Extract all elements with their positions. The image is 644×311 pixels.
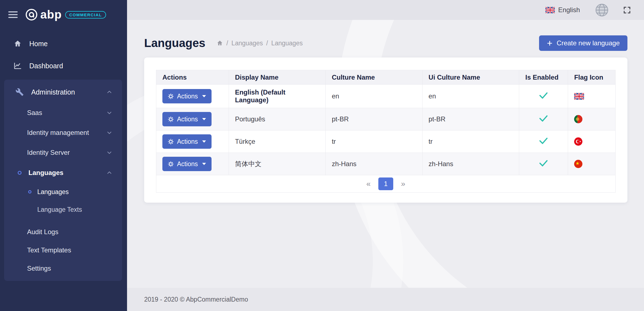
sidebar-item-label: Languages xyxy=(28,169,64,177)
ring-dot-icon xyxy=(17,171,22,175)
cell-flag xyxy=(568,130,616,153)
cell-actions: Actions xyxy=(156,108,229,130)
sidebar-header: abp COMMERCIAL xyxy=(0,0,127,29)
cell-actions: Actions xyxy=(156,153,229,175)
row-actions-button[interactable]: Actions xyxy=(162,112,212,126)
column-header-display-name: Display Name xyxy=(229,70,326,85)
topbar: English xyxy=(127,0,644,20)
fullscreen-icon[interactable] xyxy=(623,6,631,14)
plus-icon xyxy=(547,40,553,46)
sidebar-item-saas[interactable]: Saas xyxy=(4,103,122,123)
logo-commercial-badge: COMMERCIAL xyxy=(65,11,106,19)
menu-toggle-icon[interactable] xyxy=(8,10,19,20)
page-header: Languages / Languages / Languages Create… xyxy=(144,35,627,51)
column-header-flag-icon: Flag Icon xyxy=(568,70,616,85)
row-actions-button[interactable]: Actions xyxy=(162,134,212,149)
footer: 2019 - 2020 © AbpCommercialDemo xyxy=(127,288,644,311)
check-icon xyxy=(539,138,548,144)
sidebar-item-label: Language Texts xyxy=(37,206,82,213)
sidebar-item-identity-server[interactable]: Identity Server xyxy=(4,143,122,163)
cell-actions: Actions xyxy=(156,85,229,108)
china-flag-icon xyxy=(574,160,582,168)
pagination: « 1 » xyxy=(156,175,616,193)
table-row: Actions English (Default Language) en en xyxy=(156,85,616,108)
breadcrumb-link-languages-2[interactable]: Languages xyxy=(271,40,303,47)
sidebar-item-label: Home xyxy=(29,40,48,48)
abp-logo: abp COMMERCIAL xyxy=(25,8,106,21)
chevron-up-icon xyxy=(107,89,112,95)
page-title: Languages xyxy=(144,36,205,50)
create-button-label: Create new language xyxy=(557,39,620,47)
sidebar-item-label: Identity Server xyxy=(27,149,70,156)
administration-menu-panel: Administration Saas Identity management xyxy=(4,80,122,281)
row-actions-button[interactable]: Actions xyxy=(162,89,212,103)
sidebar-item-administration[interactable]: Administration xyxy=(4,81,122,103)
cell-display-name: Türkçe xyxy=(229,130,326,153)
cell-flag xyxy=(568,153,616,175)
cell-display-name: English (Default Language) xyxy=(229,85,326,108)
languages-card: Actions Display Name Culture Name Ui Cul… xyxy=(144,58,627,203)
chevron-down-icon xyxy=(107,130,112,135)
sidebar-item-label: Administration xyxy=(31,88,75,96)
cell-is-enabled xyxy=(519,85,568,108)
cell-ui-culture-name: en xyxy=(422,85,519,108)
cell-is-enabled xyxy=(519,153,568,175)
sidebar-item-dashboard[interactable]: Dashboard xyxy=(0,55,127,77)
sidebar-item-settings[interactable]: Settings xyxy=(4,259,122,278)
gear-icon xyxy=(168,93,174,99)
user-avatar[interactable] xyxy=(595,4,608,17)
sidebar-item-language-texts[interactable]: Language Texts xyxy=(4,201,122,218)
sidebar-item-label: Text Templates xyxy=(27,246,71,254)
chevron-down-icon xyxy=(107,110,112,116)
app-root: abp COMMERCIAL Home Dashboard xyxy=(0,0,644,311)
pagination-prev-button[interactable]: « xyxy=(366,179,371,188)
column-header-is-enabled: Is Enabled xyxy=(519,70,568,85)
row-actions-label: Actions xyxy=(177,93,198,100)
languages-table: Actions Display Name Culture Name Ui Cul… xyxy=(156,70,616,175)
create-new-language-button[interactable]: Create new language xyxy=(539,35,627,51)
cell-flag xyxy=(568,85,616,108)
row-actions-label: Actions xyxy=(177,138,198,145)
cell-ui-culture-name: tr xyxy=(422,130,519,153)
cell-display-name: Português xyxy=(229,108,326,130)
cell-ui-culture-name: zh-Hans xyxy=(422,153,519,175)
row-actions-label: Actions xyxy=(177,116,198,123)
cell-actions: Actions xyxy=(156,130,229,153)
row-actions-button[interactable]: Actions xyxy=(162,157,212,171)
sidebar-item-label: Saas xyxy=(27,109,42,117)
breadcrumb-separator: / xyxy=(226,40,228,47)
table-row: Actions Türkçe tr tr xyxy=(156,130,616,153)
check-icon xyxy=(539,115,548,122)
portugal-flag-icon xyxy=(574,115,582,123)
sidebar-item-label: Identity management xyxy=(27,129,89,137)
abp-logo-mark xyxy=(25,9,38,21)
sidebar-item-identity-management[interactable]: Identity management xyxy=(4,123,122,143)
row-actions-label: Actions xyxy=(177,160,198,168)
column-header-culture-name: Culture Name xyxy=(326,70,422,85)
check-icon xyxy=(539,160,548,166)
cell-culture-name: en xyxy=(326,85,422,108)
sidebar-item-languages-group[interactable]: Languages xyxy=(4,163,122,183)
table-header-row: Actions Display Name Culture Name Ui Cul… xyxy=(156,70,616,85)
cell-culture-name: zh-Hans xyxy=(326,153,422,175)
chevron-down-icon xyxy=(107,150,112,155)
pagination-page-1-button[interactable]: 1 xyxy=(378,177,393,190)
breadcrumb-home-icon[interactable] xyxy=(217,40,223,46)
ring-dot-icon xyxy=(28,190,32,194)
uk-flag-icon xyxy=(574,93,584,100)
sidebar-item-languages[interactable]: Languages xyxy=(4,183,122,201)
sidebar-item-label: Dashboard xyxy=(29,62,63,70)
gear-icon xyxy=(168,161,174,167)
sidebar-item-label: Audit Logs xyxy=(27,228,58,236)
sidebar-item-home[interactable]: Home xyxy=(0,33,127,55)
cell-display-name: 简体中文 xyxy=(229,153,326,175)
sidebar-item-audit-logs[interactable]: Audit Logs xyxy=(4,223,122,241)
breadcrumb-separator: / xyxy=(266,40,268,47)
caret-down-icon xyxy=(202,163,206,165)
language-switcher[interactable]: English xyxy=(545,6,580,14)
sidebar-item-text-templates[interactable]: Text Templates xyxy=(4,241,122,259)
cell-is-enabled xyxy=(519,108,568,130)
table-row: Actions 简体中文 zh-Hans zh-Hans xyxy=(156,153,616,175)
breadcrumb-link-languages[interactable]: Languages xyxy=(231,40,263,47)
pagination-next-button[interactable]: » xyxy=(401,179,405,188)
